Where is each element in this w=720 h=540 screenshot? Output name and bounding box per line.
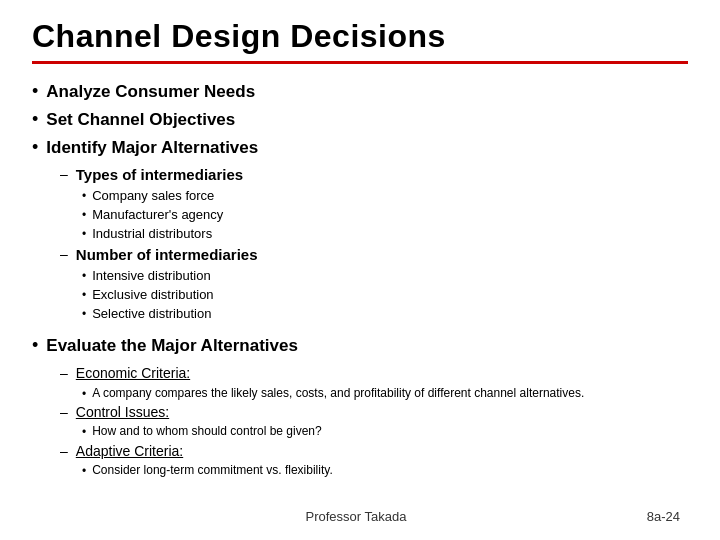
bullet-evaluate: • Evaluate the Major Alternatives [32,334,688,358]
bullet-text-1: Analyze Consumer Needs [46,80,255,104]
eval-sub-bullet-control: • How and to whom should control be give… [82,423,688,440]
footer-professor: Professor Takada [248,509,464,524]
sub-bullet-text-intensive: Intensive distribution [92,267,211,285]
eval-adaptive-bullets: • Consider long-term commitment vs. flex… [82,462,688,479]
number-sub-bullets: • Intensive distribution • Exclusive dis… [82,267,688,324]
bullet-analyze: • Analyze Consumer Needs [32,80,688,104]
eval-sub-bullet-text-adaptive: Consider long-term commitment vs. flexib… [92,462,333,479]
eval-sub-bullet-text-control: How and to whom should control be given? [92,423,321,440]
bullet-marker-4: • [32,335,38,356]
bullet-marker-1: • [32,81,38,102]
eval-economic-dash: – Economic Criteria: [60,364,688,382]
sub-bullet-marker-4: • [82,269,86,283]
eval-control-dash: – Control Issues: [60,403,688,421]
identify-subsection: – Types of intermediaries • Company sale… [60,165,688,325]
eval-sub-bullet-adaptive: • Consider long-term commitment vs. flex… [82,462,688,479]
bullet-text-4: Evaluate the Major Alternatives [46,334,298,358]
dash-number: – Number of intermediaries [60,245,688,265]
sub-bullet-manufacturer: • Manufacturer's agency [82,206,688,224]
types-sub-bullets: • Company sales force • Manufacturer's a… [82,187,688,244]
sub-bullet-selective: • Selective distribution [82,305,688,323]
dash-marker-1: – [60,166,68,182]
slide-title: Channel Design Decisions [32,18,688,64]
sub-bullet-text-selective: Selective distribution [92,305,211,323]
sub-bullet-industrial: • Industrial distributors [82,225,688,243]
slide-content: • Analyze Consumer Needs • Set Channel O… [32,70,688,503]
eval-sub-bullet-marker-1: • [82,387,86,401]
sub-bullet-marker-3: • [82,227,86,241]
sub-bullet-marker-6: • [82,307,86,321]
bullet-marker-3: • [32,137,38,158]
sub-bullet-exclusive: • Exclusive distribution [82,286,688,304]
eval-sub-bullet-marker-2: • [82,425,86,439]
eval-dash-text-control: Control Issues: [76,403,169,421]
eval-sub-bullet-text-economic: A company compares the likely sales, cos… [92,385,584,402]
footer-page: 8a-24 [464,509,680,524]
eval-dash-marker-1: – [60,365,68,381]
sub-bullet-text-exclusive: Exclusive distribution [92,286,213,304]
eval-dash-marker-2: – [60,404,68,420]
dash-text-number: Number of intermediaries [76,245,258,265]
eval-sub-bullet-marker-3: • [82,464,86,478]
sub-bullet-intensive: • Intensive distribution [82,267,688,285]
slide-footer: Professor Takada 8a-24 [32,503,688,524]
bullet-marker-2: • [32,109,38,130]
eval-adaptive-dash: – Adaptive Criteria: [60,442,688,460]
sub-bullet-text-manufacturer: Manufacturer's agency [92,206,223,224]
bullet-text-3: Identify Major Alternatives [46,136,258,160]
slide: Channel Design Decisions • Analyze Consu… [0,0,720,540]
dash-text-types: Types of intermediaries [76,165,243,185]
dash-marker-2: – [60,246,68,262]
sub-bullet-marker-1: • [82,189,86,203]
eval-dash-marker-3: – [60,443,68,459]
bullet-text-2: Set Channel Objectives [46,108,235,132]
sub-bullet-marker-2: • [82,208,86,222]
sub-bullet-text-company: Company sales force [92,187,214,205]
sub-bullet-text-industrial: Industrial distributors [92,225,212,243]
eval-control-bullets: • How and to whom should control be give… [82,423,688,440]
bullet-set-channel: • Set Channel Objectives [32,108,688,132]
eval-dash-text-adaptive: Adaptive Criteria: [76,442,183,460]
bullet-identify: • Identify Major Alternatives [32,136,688,160]
eval-sub-bullet-economic: • A company compares the likely sales, c… [82,385,688,402]
evaluate-subsection: – Economic Criteria: • A company compare… [60,364,688,481]
sub-bullet-marker-5: • [82,288,86,302]
sub-bullet-company: • Company sales force [82,187,688,205]
eval-dash-text-economic: Economic Criteria: [76,364,190,382]
eval-economic-bullets: • A company compares the likely sales, c… [82,385,688,402]
dash-types: – Types of intermediaries [60,165,688,185]
